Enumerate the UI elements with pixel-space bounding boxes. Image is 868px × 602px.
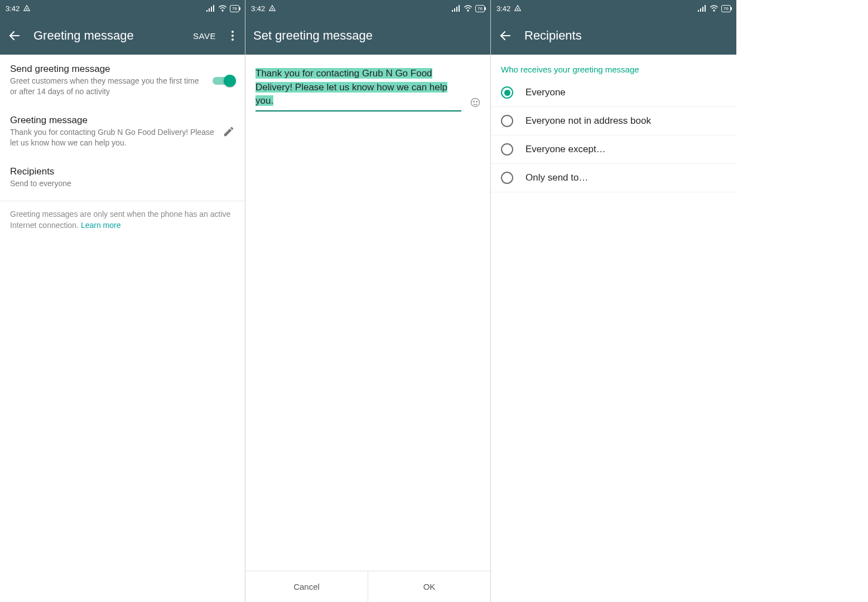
footer-note: Greeting messages are only sent when the… [0,201,245,239]
cloud-icon [23,4,31,12]
svg-point-13 [471,98,480,106]
svg-rect-20 [705,5,706,12]
status-bar: 3:42 76 [491,0,736,17]
radio-option[interactable]: Only send to… [491,164,736,192]
save-button[interactable]: SAVE [193,31,216,41]
radio-label: Everyone except… [525,144,606,155]
recipients-subtitle: Send to everyone [10,178,235,189]
radio-icon [501,115,513,127]
row-greeting-message[interactable]: Greeting message Thank you for contactin… [0,106,245,157]
overflow-menu-icon[interactable] [228,27,237,44]
greeting-body: Thank you for contacting Grub N Go Food … [10,127,216,148]
radio-option[interactable]: Everyone [491,79,736,107]
svg-point-14 [474,101,475,102]
svg-rect-10 [456,7,457,12]
wifi-icon [218,5,227,12]
signal-icon [698,5,707,12]
app-bar: Greeting message SAVE [0,17,245,55]
svg-point-15 [476,101,478,102]
svg-rect-19 [702,7,703,12]
svg-point-0 [27,9,27,9]
back-icon[interactable] [499,29,512,42]
svg-rect-4 [213,5,214,12]
status-time: 3:42 [251,4,265,13]
page-title: Set greeting message [253,28,373,43]
cloud-icon [514,4,522,12]
radio-icon [501,86,513,99]
radio-label: Only send to… [525,172,588,183]
svg-point-7 [272,9,273,9]
row-recipients[interactable]: Recipients Send to everyone [0,157,245,199]
status-time: 3:42 [496,4,510,13]
greeting-text-input[interactable]: Thank you for contacting Grub N Go Food … [255,67,461,111]
panel-set-greeting: 3:42 76 Set greeting message Thank you f… [245,0,491,602]
svg-point-21 [713,10,715,11]
toggle-send-greeting[interactable]: Send greeting message Greet customers wh… [0,55,245,106]
toggle-switch[interactable] [213,74,235,86]
app-bar: Recipients [491,17,736,55]
battery-icon: 76 [230,5,239,12]
radio-label: Everyone not in address book [525,115,651,127]
battery-icon: 76 [721,5,731,12]
svg-rect-18 [700,8,701,12]
wifi-icon [710,5,718,12]
toggle-title: Send greeting message [10,64,206,75]
svg-point-16 [518,9,518,9]
radio-label: Everyone [525,87,566,98]
status-bar: 3:42 76 [0,0,245,17]
radio-option[interactable]: Everyone except… [491,135,736,164]
signal-icon [452,5,461,12]
page-title: Greeting message [33,28,181,43]
page-title: Recipients [524,28,729,43]
toggle-subtitle: Greet customers when they message you th… [10,76,206,97]
radio-icon [501,143,513,156]
panel-recipients: 3:42 76 Recipients Who receives your gre… [491,0,736,602]
app-bar: Set greeting message [245,17,490,55]
status-time: 3:42 [6,4,20,13]
svg-rect-2 [209,8,210,12]
panel-greeting-settings: 3:42 76 Greeting message SAVE Send greet… [0,0,245,602]
recipients-title: Recipients [10,166,235,177]
status-bar: 3:42 76 [245,0,490,17]
radio-option[interactable]: Everyone not in address book [491,107,736,135]
svg-point-5 [222,10,223,11]
dialog-actions: Cancel OK [245,571,490,602]
recipients-options: EveryoneEveryone not in address bookEver… [491,79,736,192]
learn-more-link[interactable]: Learn more [81,221,121,230]
svg-rect-9 [454,8,455,12]
back-icon[interactable] [8,29,21,42]
battery-icon: 76 [475,5,485,12]
emoji-icon[interactable] [468,97,483,111]
signal-icon [206,5,215,12]
greeting-text-value: Thank you for contacting Grub N Go Food … [255,68,447,106]
svg-rect-17 [698,10,699,12]
radio-icon [501,172,513,184]
cloud-icon [268,4,276,12]
section-header: Who receives your greeting message [491,55,736,79]
svg-rect-8 [452,10,453,12]
svg-rect-11 [459,5,460,12]
svg-point-12 [467,10,469,11]
wifi-icon [464,5,472,12]
svg-rect-1 [206,10,208,12]
svg-rect-3 [211,7,212,12]
cancel-button[interactable]: Cancel [245,571,368,602]
pencil-icon[interactable] [223,125,235,138]
ok-button[interactable]: OK [368,571,490,602]
greeting-title: Greeting message [10,115,216,126]
